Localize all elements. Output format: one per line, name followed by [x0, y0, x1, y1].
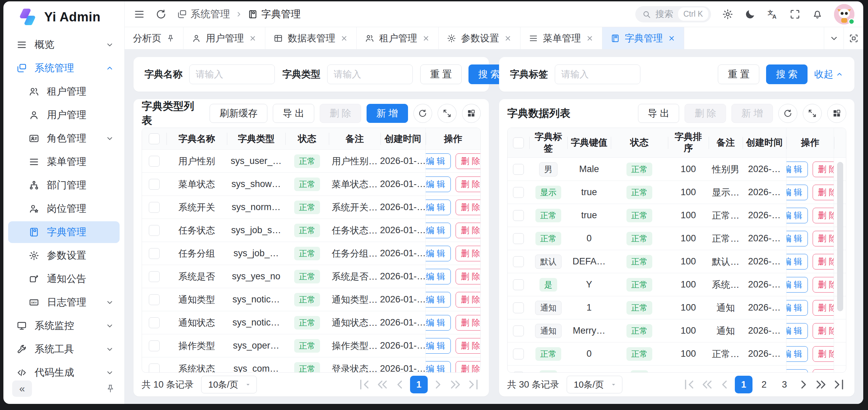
- row-checkbox[interactable]: [149, 225, 160, 236]
- delete-button[interactable]: 删 除: [813, 185, 834, 200]
- row-checkbox[interactable]: [149, 202, 160, 213]
- refresh-page-icon[interactable]: [155, 8, 167, 20]
- edit-button[interactable]: 编 辑: [425, 246, 451, 261]
- sidebar-item-代码生成[interactable]: 代码生成: [8, 362, 120, 378]
- next-page-button[interactable]: [430, 377, 445, 392]
- row-checkbox[interactable]: [149, 340, 160, 351]
- sidebar-item-岗位管理[interactable]: 岗位管理: [8, 198, 120, 220]
- row-checkbox[interactable]: [149, 271, 160, 282]
- edit-button[interactable]: 编 辑: [425, 338, 451, 354]
- column-settings-button[interactable]: [462, 104, 481, 123]
- toolbar-button-导出[interactable]: 导 出: [638, 104, 679, 123]
- edit-button[interactable]: 编 辑: [425, 223, 451, 238]
- row-checkbox[interactable]: [149, 317, 160, 328]
- sidebar-pin-icon[interactable]: [105, 384, 116, 394]
- row-checkbox[interactable]: [149, 133, 160, 144]
- user-avatar[interactable]: [834, 4, 854, 24]
- global-search[interactable]: 搜索 Ctrl K: [635, 6, 711, 22]
- breadcrumb-item[interactable]: 系统管理: [177, 7, 230, 21]
- edit-button[interactable]: 编 辑: [425, 200, 451, 215]
- delete-button[interactable]: 删 除: [456, 223, 481, 238]
- edit-button[interactable]: 编 辑: [786, 231, 808, 246]
- search-button[interactable]: 搜 索: [766, 64, 808, 84]
- row-checkbox[interactable]: [513, 279, 524, 290]
- edit-button[interactable]: 编 辑: [786, 369, 808, 373]
- table-fullscreen-button[interactable]: [438, 104, 456, 123]
- sidebar-item-系统工具[interactable]: 系统工具: [8, 338, 120, 360]
- sidebar-item-通知公告[interactable]: 通知公告: [8, 268, 120, 290]
- sidebar-item-角色管理[interactable]: 角色管理: [8, 128, 120, 149]
- row-checkbox[interactable]: [513, 210, 524, 221]
- edit-button[interactable]: 编 辑: [425, 269, 451, 284]
- tab-分析页[interactable]: 分析页: [125, 27, 183, 49]
- tab-菜单管理[interactable]: 菜单管理: [520, 27, 602, 49]
- sidebar-item-参数设置[interactable]: 参数设置: [8, 245, 120, 266]
- previous-page-button[interactable]: [392, 377, 407, 392]
- jump-forward-button[interactable]: [814, 377, 829, 392]
- next-page-button[interactable]: [796, 377, 811, 392]
- notifications-icon[interactable]: [812, 8, 823, 20]
- row-checkbox[interactable]: [513, 137, 524, 148]
- page-number-3[interactable]: 3: [776, 376, 793, 393]
- tab-字典管理[interactable]: 字典管理: [602, 27, 684, 49]
- collapse-sidebar-icon[interactable]: [134, 8, 145, 20]
- page-size-select[interactable]: 10条/页: [201, 376, 257, 393]
- delete-button[interactable]: 删 除: [456, 361, 481, 373]
- sidebar-item-租户管理[interactable]: 租户管理: [8, 81, 120, 102]
- row-checkbox[interactable]: [513, 325, 524, 336]
- delete-button[interactable]: 删 除: [813, 208, 834, 223]
- delete-button[interactable]: 删 除: [813, 277, 834, 293]
- tab-参数设置[interactable]: 参数设置: [439, 27, 520, 49]
- jump-forward-button[interactable]: [448, 377, 463, 392]
- edit-button[interactable]: 编 辑: [786, 346, 808, 362]
- row-checkbox[interactable]: [149, 364, 160, 373]
- toolbar-button-刷新缓存[interactable]: 刷新缓存: [210, 104, 267, 123]
- row-checkbox[interactable]: [149, 294, 160, 305]
- sidebar-item-用户管理[interactable]: 用户管理: [8, 104, 120, 126]
- tab-数据表管理[interactable]: 数据表管理: [265, 27, 357, 49]
- edit-button[interactable]: 编 辑: [425, 315, 451, 331]
- row-checkbox[interactable]: [513, 187, 524, 198]
- toolbar-button-新增[interactable]: 新 增: [367, 104, 408, 123]
- content-maximize-button[interactable]: [844, 27, 863, 49]
- sidebar-item-概览[interactable]: 概览: [8, 34, 120, 56]
- delete-button[interactable]: 删 除: [456, 176, 481, 192]
- sidebar-item-日志管理[interactable]: DEV日志管理: [8, 292, 120, 313]
- tab-list-dropdown[interactable]: [824, 27, 844, 49]
- edit-button[interactable]: 编 辑: [425, 292, 451, 308]
- jump-back-button[interactable]: [375, 377, 390, 392]
- row-checkbox[interactable]: [149, 248, 160, 259]
- delete-button[interactable]: 删 除: [813, 346, 834, 362]
- filter-input[interactable]: 请输入: [555, 64, 640, 84]
- first-page-button[interactable]: [357, 377, 372, 392]
- settings-icon[interactable]: [722, 8, 733, 20]
- delete-button[interactable]: 删 除: [456, 315, 481, 331]
- delete-button[interactable]: 删 除: [813, 369, 834, 373]
- delete-button[interactable]: 删 除: [456, 200, 481, 215]
- dark-mode-icon[interactable]: [744, 8, 756, 20]
- sidebar-item-部门管理[interactable]: 部门管理: [8, 174, 120, 196]
- row-checkbox[interactable]: [513, 372, 524, 373]
- row-checkbox[interactable]: [149, 156, 160, 167]
- delete-button[interactable]: 删 除: [456, 269, 481, 284]
- reset-button[interactable]: 重 置: [420, 64, 462, 84]
- first-page-button[interactable]: [682, 377, 697, 392]
- sidebar-item-系统监控[interactable]: 系统监控: [8, 315, 120, 337]
- table-refresh-button[interactable]: [778, 104, 797, 123]
- collapse-filter-link[interactable]: 收起: [814, 68, 844, 81]
- edit-button[interactable]: 编 辑: [425, 361, 451, 373]
- delete-button[interactable]: 删 除: [813, 231, 834, 246]
- edit-button[interactable]: 编 辑: [786, 208, 808, 223]
- delete-button[interactable]: 删 除: [456, 246, 481, 261]
- breadcrumb-item[interactable]: 字典管理: [248, 7, 301, 21]
- delete-button[interactable]: 删 除: [813, 300, 834, 316]
- filter-input[interactable]: 请输入: [327, 64, 413, 84]
- delete-button[interactable]: 删 除: [813, 323, 834, 339]
- delete-button[interactable]: 删 除: [456, 153, 481, 169]
- row-checkbox[interactable]: [513, 349, 524, 359]
- toolbar-button-导出[interactable]: 导 出: [273, 104, 314, 123]
- last-page-button[interactable]: [466, 377, 481, 392]
- edit-button[interactable]: 编 辑: [786, 254, 808, 269]
- sidebar-item-系统管理[interactable]: 系统管理: [8, 57, 120, 79]
- edit-button[interactable]: 编 辑: [425, 176, 451, 192]
